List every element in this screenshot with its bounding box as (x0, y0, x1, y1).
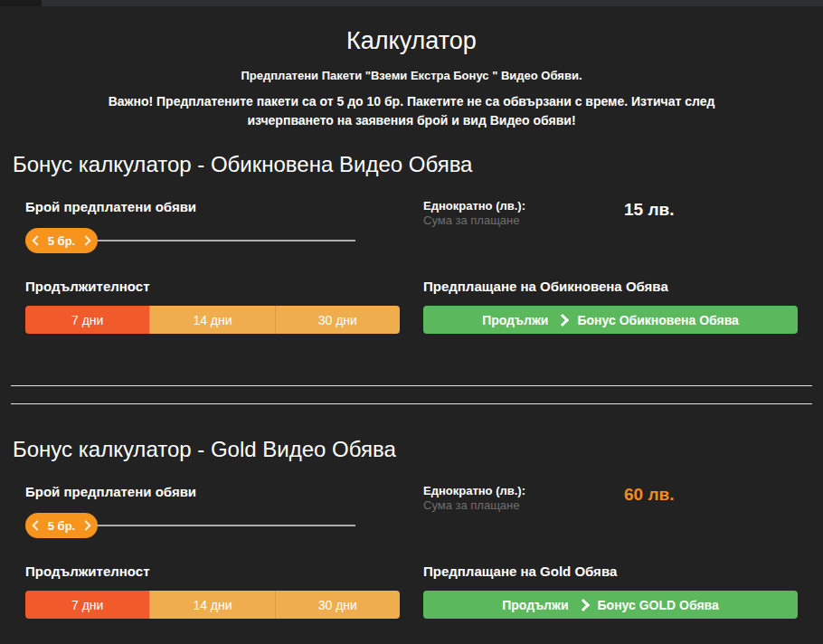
duration-and-prepay-row: Продължителност 7 дни 14 дни 30 дни Пред… (0, 564, 823, 619)
page-warning: Важно! Предплатените пакети са от 5 до 1… (68, 92, 755, 130)
price-sublabel: Сума за плащане (423, 498, 798, 513)
continue-label: Продължи (482, 313, 548, 327)
continue-target-label: Бонус Обикновена Обява (577, 313, 738, 327)
price-column: Еднократно (лв.): Сума за плащане 15 лв. (423, 199, 798, 253)
chevron-left-icon[interactable] (32, 235, 42, 245)
slider-value: 5 бр. (48, 234, 75, 248)
section-divider-top (11, 385, 812, 386)
prepay-column: Предплащане на Обикновена Обява Продължи… (423, 279, 798, 334)
calculator-section-ordinary: Бонус калкулатор - Обикновена Видео Обяв… (0, 152, 823, 334)
duration-label: Продължителност (25, 564, 400, 580)
prepay-column: Предплащане на Gold Обява Продължи Бонус… (423, 564, 798, 619)
chevron-right-icon[interactable] (81, 520, 91, 530)
section-divider-bottom (11, 403, 812, 404)
chevron-left-icon[interactable] (32, 520, 42, 530)
duration-button-group: 7 дни 14 дни 30 дни (25, 591, 400, 619)
continue-target-label: Бонус GOLD Обява (598, 598, 719, 612)
count-column: Брой предплатени обяви 5 бр. (25, 199, 400, 253)
prepay-label: Предплащане на Gold Обява (423, 564, 798, 580)
duration-14-days-button[interactable]: 14 дни (149, 306, 274, 334)
slider-handle[interactable]: 5 бр. (25, 513, 98, 538)
price-value: 15 лв. (624, 200, 674, 220)
calculator-section-gold: Бонус калкулатор - Gold Видео Обява Брой… (0, 437, 823, 619)
duration-7-days-button[interactable]: 7 дни (25, 306, 149, 334)
continue-label: Продължи (502, 598, 568, 612)
page-subtitle: Предплатени Пакети "Вземи Екстра Бонус "… (0, 69, 823, 83)
page-header: Калкулатор Предплатени Пакети "Вземи Екс… (0, 0, 823, 130)
top-strip-corner (0, 0, 42, 6)
count-column: Брой предплатени обяви 5 бр. (25, 484, 400, 538)
slider-handle[interactable]: 5 бр. (25, 228, 98, 253)
section-heading: Бонус калкулатор - Обикновена Видео Обяв… (13, 152, 823, 177)
chevron-right-icon[interactable] (81, 235, 91, 245)
count-slider[interactable]: 5 бр. (25, 228, 400, 253)
duration-button-group: 7 дни 14 дни 30 дни (25, 306, 400, 334)
duration-30-days-button[interactable]: 30 дни (275, 306, 400, 334)
duration-30-days-button[interactable]: 30 дни (275, 591, 400, 619)
top-strip (0, 0, 823, 6)
count-and-price-row: Брой предплатени обяви 5 бр. Еднократно … (0, 199, 823, 253)
count-slider[interactable]: 5 бр. (25, 513, 400, 538)
duration-column: Продължителност 7 дни 14 дни 30 дни (25, 564, 400, 619)
duration-column: Продължителност 7 дни 14 дни 30 дни (25, 279, 400, 334)
chevron-right-icon (576, 598, 589, 611)
count-label: Брой предплатени обяви (25, 484, 400, 500)
duration-label: Продължителност (25, 279, 400, 295)
chevron-right-icon (556, 313, 569, 326)
calculator-page: { "header": { "title": "Калкулатор", "su… (0, 0, 823, 644)
duration-and-prepay-row: Продължителност 7 дни 14 дни 30 дни Пред… (0, 279, 823, 334)
duration-14-days-button[interactable]: 14 дни (149, 591, 274, 619)
price-label: Еднократно (лв.): (423, 484, 798, 498)
count-label: Брой предплатени обяви (25, 199, 400, 215)
continue-button[interactable]: Продължи Бонус Обикновена Обява (423, 306, 798, 334)
price-sublabel: Сума за плащане (423, 213, 798, 228)
price-column: Еднократно (лв.): Сума за плащане 60 лв. (423, 484, 798, 538)
price-value: 60 лв. (624, 485, 674, 505)
count-and-price-row: Брой предплатени обяви 5 бр. Еднократно … (0, 484, 823, 538)
duration-7-days-button[interactable]: 7 дни (25, 591, 149, 619)
continue-button[interactable]: Продължи Бонус GOLD Обява (423, 591, 798, 619)
prepay-label: Предплащане на Обикновена Обява (423, 279, 798, 295)
section-heading: Бонус калкулатор - Gold Видео Обява (13, 437, 823, 462)
price-label: Еднократно (лв.): (423, 199, 798, 213)
slider-value: 5 бр. (48, 519, 75, 533)
page-title: Калкулатор (0, 27, 823, 54)
